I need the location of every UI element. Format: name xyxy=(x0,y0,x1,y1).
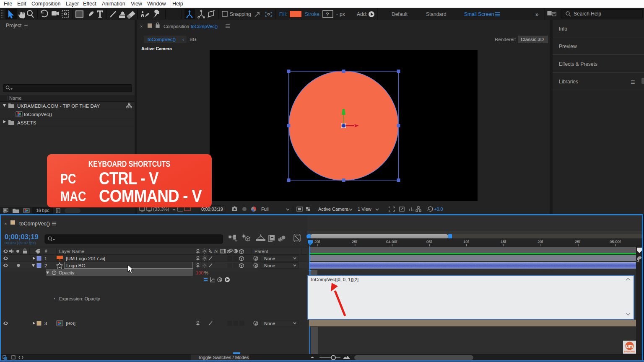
svg-text:×: × xyxy=(4,221,7,226)
svg-text:SUBSCRIBE: SUBSCRIBE xyxy=(624,351,635,353)
svg-text:toCompVec(): toCompVec() xyxy=(24,112,52,117)
svg-text:#: # xyxy=(45,249,47,253)
svg-text:Full: Full xyxy=(261,207,269,212)
svg-text:Small Screen: Small Screen xyxy=(464,11,494,17)
svg-text:Expression: Opacity: Expression: Opacity xyxy=(59,296,100,301)
svg-text:15f: 15f xyxy=(501,239,506,244)
svg-text:Standard: Standard xyxy=(426,11,447,17)
svg-text:20f: 20f xyxy=(314,239,320,244)
svg-text:Logo BG: Logo BG xyxy=(66,263,85,268)
svg-text:+0.0: +0.0 xyxy=(434,207,443,212)
svg-text:Active Camera: Active Camera xyxy=(318,207,349,212)
svg-text:BG: BG xyxy=(190,37,197,42)
svg-text:?: ? xyxy=(326,11,329,18)
svg-text:-: - xyxy=(336,11,338,17)
svg-text:Snapping: Snapping xyxy=(230,11,251,17)
svg-text:3: 3 xyxy=(44,321,47,326)
svg-text:»: » xyxy=(535,11,539,18)
svg-text:00109 (29.97 fps): 00109 (29.97 fps) xyxy=(5,240,36,245)
svg-text:16 bpc: 16 bpc xyxy=(36,208,49,213)
svg-text:Parent: Parent xyxy=(254,249,268,254)
svg-text:05:00f: 05:00f xyxy=(610,239,621,244)
svg-text:Default: Default xyxy=(392,11,408,17)
svg-text:100: 100 xyxy=(196,270,203,275)
svg-text:×: × xyxy=(140,24,143,29)
svg-text:None: None xyxy=(264,256,275,261)
svg-text:Opacity: Opacity xyxy=(59,270,75,275)
svg-text:20f: 20f xyxy=(538,239,543,244)
svg-text:UKRAMEDIA.COM - TIP OF THE DAY: UKRAMEDIA.COM - TIP OF THE DAY xyxy=(17,103,100,109)
svg-text:10f: 10f xyxy=(463,239,469,244)
svg-text:Stroke:: Stroke: xyxy=(305,11,321,17)
svg-text:1: 1 xyxy=(44,256,47,261)
svg-text:%: % xyxy=(204,270,208,275)
svg-text:1 View: 1 View xyxy=(358,207,371,212)
svg-text:05f: 05f xyxy=(426,239,432,244)
svg-text:Classic 3D: Classic 3D xyxy=(521,37,544,42)
svg-text:0;00;03;19: 0;00;03;19 xyxy=(5,233,39,240)
svg-text:[BG]: [BG] xyxy=(66,321,75,326)
svg-text:toCompVec(): toCompVec() xyxy=(148,37,176,42)
svg-text:Layer Name: Layer Name xyxy=(59,249,84,254)
svg-text:px: px xyxy=(340,11,345,17)
svg-text:‹: ‹ xyxy=(182,37,184,42)
svg-text:Search Help: Search Help xyxy=(574,11,601,17)
svg-text:Ai: Ai xyxy=(59,259,60,261)
svg-text:None: None xyxy=(264,263,275,268)
svg-text:2: 2 xyxy=(44,263,47,268)
svg-text:25f: 25f xyxy=(575,239,581,244)
svg-text:Add:: Add: xyxy=(357,11,367,17)
svg-text:um: um xyxy=(626,344,633,349)
svg-text:[UM Logo 2017.ai]: [UM Logo 2017.ai] xyxy=(66,256,105,261)
svg-text:ASSETS: ASSETS xyxy=(17,120,36,125)
svg-text:None: None xyxy=(264,321,275,326)
svg-text:toCompVec(): toCompVec() xyxy=(191,24,218,29)
svg-text:toCompVec(): toCompVec() xyxy=(19,221,50,227)
svg-text:Renderer:: Renderer: xyxy=(495,37,516,42)
svg-text:Composition: Composition xyxy=(164,24,189,29)
svg-text:fx: fx xyxy=(214,249,218,254)
svg-text:Toggle Switches / Modes: Toggle Switches / Modes xyxy=(198,355,249,360)
svg-text:04:00f: 04:00f xyxy=(386,239,397,244)
svg-text:25f: 25f xyxy=(352,239,358,244)
svg-text:Fill:: Fill: xyxy=(279,11,287,17)
